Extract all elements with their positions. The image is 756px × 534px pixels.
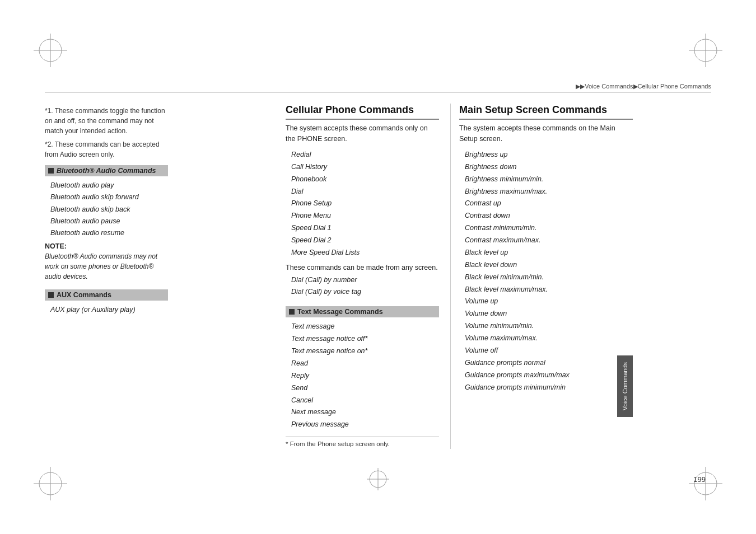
list-item: Contrast maximum/max. bbox=[465, 235, 633, 247]
list-item: Bluetooth audio pause bbox=[50, 216, 168, 227]
bottom-center-mark bbox=[367, 468, 389, 492]
list-item: Text message bbox=[291, 321, 439, 333]
list-item: Speed Dial 2 bbox=[291, 235, 439, 247]
list-item: Previous message bbox=[291, 419, 439, 431]
header-rule bbox=[45, 92, 711, 93]
list-item: Volume off bbox=[465, 345, 633, 357]
list-item: Reply bbox=[291, 370, 439, 382]
list-item: Dial bbox=[291, 186, 439, 198]
corner-mark-br bbox=[689, 467, 722, 500]
bluetooth-section-header: Bluetooth® Audio Commands bbox=[45, 165, 168, 176]
cellular-phone-commands: Redial Call History Phonebook Dial Phone… bbox=[286, 149, 439, 259]
list-item: Guidance prompts minimum/min bbox=[465, 382, 633, 394]
list-item: Phonebook bbox=[291, 174, 439, 186]
list-item: Phone Menu bbox=[291, 210, 439, 222]
list-item: Speed Dial 1 bbox=[291, 222, 439, 235]
list-item: Bluetooth audio skip forward bbox=[50, 191, 168, 203]
list-item: Phone Setup bbox=[291, 198, 439, 210]
list-item: Black level up bbox=[465, 247, 633, 259]
list-item: More Speed Dial Lists bbox=[291, 247, 439, 259]
list-item: Text message notice on* bbox=[291, 345, 439, 358]
left-column: *1. These commands toggle the function o… bbox=[45, 104, 168, 320]
list-item: Contrast down bbox=[465, 210, 633, 222]
bluetooth-commands-list: Bluetooth audio play Bluetooth audio ski… bbox=[45, 180, 168, 239]
aux-section-title: AUX Commands bbox=[57, 291, 111, 299]
list-item: Brightness down bbox=[465, 161, 633, 174]
cellular-title: Cellular Phone Commands bbox=[286, 104, 439, 120]
list-item: Brightness minimum/min. bbox=[465, 174, 633, 186]
aux-section-icon bbox=[48, 292, 54, 298]
main-setup-commands: Brightness up Brightness down Brightness… bbox=[459, 149, 633, 394]
main-setup-column: Main Setup Screen Commands The system ac… bbox=[459, 104, 633, 394]
list-item: Text message notice off* bbox=[291, 333, 439, 345]
footnote-2: *2. These commands can be accepted from … bbox=[45, 139, 168, 160]
main-setup-title: Main Setup Screen Commands bbox=[459, 104, 633, 120]
note-text: Bluetooth® Audio commands may not work o… bbox=[45, 251, 168, 282]
list-item: Black level maximum/max. bbox=[465, 284, 633, 296]
text-message-section-title: Text Message Commands bbox=[297, 308, 383, 316]
aux-section-header: AUX Commands bbox=[45, 289, 168, 301]
list-item: Black level minimum/min. bbox=[465, 271, 633, 284]
breadcrumb: ▶▶Voice Commands▶Cellular Phone Commands bbox=[576, 83, 711, 90]
main-setup-intro: The system accepts these commands on the… bbox=[459, 123, 633, 144]
list-item: AUX play (or Auxiliary play) bbox=[50, 304, 168, 316]
bluetooth-section-title: Bluetooth® Audio Commands bbox=[57, 167, 156, 175]
list-item: Bluetooth audio resume bbox=[50, 227, 168, 239]
list-item: Volume minimum/min. bbox=[465, 320, 633, 332]
corner-mark-bl bbox=[34, 467, 67, 500]
list-item: Bluetooth audio play bbox=[50, 180, 168, 191]
aux-commands-list: AUX play (or Auxiliary play) bbox=[45, 304, 168, 316]
list-item: Redial bbox=[291, 149, 439, 161]
corner-mark-tl bbox=[34, 34, 67, 67]
list-item: Bluetooth audio skip back bbox=[50, 204, 168, 216]
list-item: Send bbox=[291, 382, 439, 395]
list-item: Black level down bbox=[465, 259, 633, 271]
note-label: NOTE: bbox=[45, 242, 168, 250]
footnote-1: *1. These commands toggle the function o… bbox=[45, 106, 168, 136]
side-tab-label: Voice Commands bbox=[622, 362, 628, 410]
list-item: Guidance prompts normal bbox=[465, 357, 633, 369]
bluetooth-section-icon bbox=[48, 168, 54, 174]
list-item: Dial (Call) by voice tag bbox=[291, 286, 439, 298]
text-message-footnote: * From the Phone setup screen only. bbox=[286, 437, 439, 449]
text-message-commands: Text message Text message notice off* Te… bbox=[286, 321, 439, 431]
list-item: Volume down bbox=[465, 308, 633, 320]
list-item: Dial (Call) by number bbox=[291, 274, 439, 287]
list-item: Next message bbox=[291, 406, 439, 419]
page-number: 199 bbox=[693, 475, 706, 484]
list-item: Brightness maximum/max. bbox=[465, 186, 633, 198]
list-item: Contrast up bbox=[465, 198, 633, 210]
side-tab: Voice Commands bbox=[617, 355, 633, 417]
list-item: Volume up bbox=[465, 296, 633, 308]
text-message-section-icon bbox=[289, 309, 295, 315]
cellular-any-screen-commands: Dial (Call) by number Dial (Call) by voi… bbox=[286, 274, 439, 299]
list-item: Contrast minimum/min. bbox=[465, 222, 633, 235]
cellular-phone-column: Cellular Phone Commands The system accep… bbox=[286, 104, 451, 449]
list-item: Call History bbox=[291, 161, 439, 174]
from-any-screen-text: These commands can be made from any scre… bbox=[286, 263, 439, 273]
list-item: Volume maximum/max. bbox=[465, 332, 633, 345]
list-item: Brightness up bbox=[465, 149, 633, 161]
cellular-intro: The system accepts these commands only o… bbox=[286, 123, 439, 144]
corner-mark-tr bbox=[689, 34, 722, 67]
list-item: Read bbox=[291, 358, 439, 370]
list-item: Guidance prompts maximum/max bbox=[465, 369, 633, 382]
list-item: Cancel bbox=[291, 395, 439, 407]
text-message-section-header: Text Message Commands bbox=[286, 306, 439, 317]
